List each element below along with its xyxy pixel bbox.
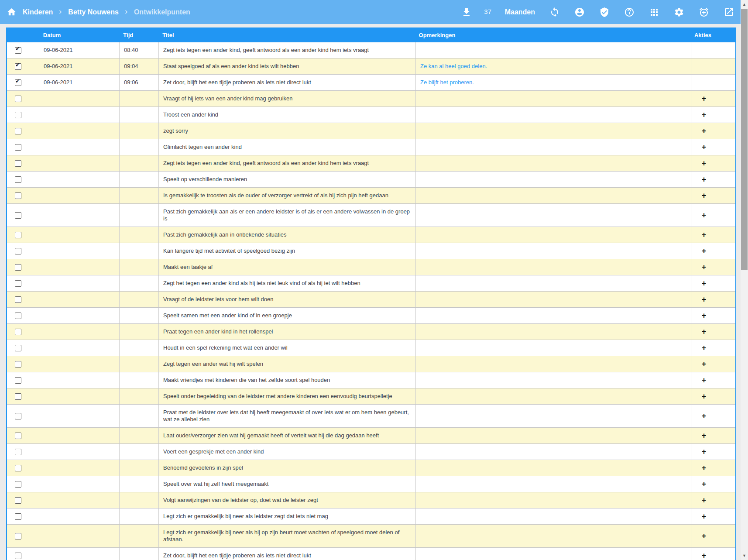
add-action-button[interactable]: + — [702, 264, 707, 271]
scroll-up-arrow-icon[interactable]: ▲ — [741, 1, 748, 8]
row-checkbox[interactable] — [15, 96, 21, 102]
row-checkbox[interactable] — [15, 313, 21, 319]
shield-check-icon[interactable] — [599, 7, 610, 17]
add-action-button[interactable]: + — [702, 176, 707, 183]
add-action-button[interactable]: + — [702, 212, 707, 219]
cell-datum — [39, 405, 120, 427]
row-checkbox[interactable] — [15, 377, 21, 384]
home-icon[interactable] — [6, 7, 17, 17]
sync-icon[interactable] — [549, 7, 560, 17]
cell-akties: + — [692, 508, 735, 524]
add-action-button[interactable]: + — [702, 280, 707, 287]
row-checkbox[interactable] — [15, 465, 21, 471]
row-checkbox[interactable] — [15, 280, 21, 287]
table-row: Speelt op verschillende manieren + — [7, 172, 735, 188]
cell-titel: Zet door, blijft het een tijdje proberen… — [159, 75, 416, 90]
add-action-button[interactable]: + — [702, 111, 707, 118]
help-icon[interactable] — [624, 7, 635, 17]
row-checkbox[interactable] — [15, 232, 21, 238]
row-checkbox[interactable] — [15, 361, 21, 368]
add-action-button[interactable]: + — [702, 296, 707, 303]
settings-icon[interactable] — [674, 7, 684, 17]
add-action-button[interactable]: + — [702, 192, 707, 199]
top-app-bar: Kinderen Betty Nouwens Ontwikkelpunten 3… — [0, 0, 748, 24]
add-action-button[interactable]: + — [702, 464, 707, 471]
account-icon[interactable] — [574, 7, 585, 17]
row-checkbox[interactable] — [15, 393, 21, 400]
cell-akties: + — [692, 460, 735, 476]
add-action-button[interactable]: + — [702, 552, 707, 559]
cell-opmerkingen: Ze blijft het proberen. — [416, 75, 692, 90]
add-action-button[interactable]: + — [702, 95, 707, 102]
add-action-button[interactable]: + — [702, 361, 707, 368]
cell-checkbox — [7, 91, 39, 107]
row-checkbox[interactable] — [15, 413, 21, 419]
table-row: ✔ 09-06-2021 08:40 Zegt iets tegen een a… — [7, 42, 735, 58]
row-checkbox[interactable] — [15, 112, 21, 118]
add-action-button[interactable]: + — [702, 127, 707, 134]
row-checkbox[interactable] — [15, 433, 21, 439]
add-action-button[interactable]: + — [702, 481, 707, 488]
add-action-button[interactable]: + — [702, 247, 707, 254]
breadcrumb-item-kinderen[interactable]: Kinderen — [23, 8, 53, 16]
scrollbar-thumb[interactable] — [741, 9, 748, 270]
age-unit-label: Maanden — [505, 8, 535, 16]
table-row: Benoemd gevoelens in zijn spel + — [7, 460, 735, 476]
apps-grid-icon[interactable] — [649, 7, 659, 17]
header-datum: Datum — [39, 32, 120, 38]
add-action-button[interactable]: + — [702, 497, 707, 504]
add-action-button[interactable]: + — [702, 328, 707, 335]
row-checkbox[interactable] — [15, 176, 21, 183]
row-checkbox[interactable]: ✔ — [15, 63, 21, 70]
table-row: Legt zich er gemakkelijk bij neer als le… — [7, 508, 735, 525]
open-in-new-icon[interactable] — [724, 7, 734, 17]
row-checkbox[interactable] — [15, 248, 21, 254]
cell-tijd — [120, 172, 159, 187]
cell-tijd — [120, 492, 159, 508]
cell-akties: + — [692, 340, 735, 356]
cell-tijd — [120, 548, 159, 560]
row-checkbox[interactable] — [15, 160, 21, 167]
add-action-button[interactable]: + — [702, 513, 707, 520]
row-checkbox[interactable]: ✔ — [15, 79, 21, 86]
row-checkbox[interactable] — [15, 553, 21, 559]
row-checkbox[interactable] — [15, 449, 21, 455]
row-checkbox[interactable] — [15, 296, 21, 303]
add-action-button[interactable]: + — [702, 533, 707, 539]
table-row: Maakt vriendjes met kinderen die van het… — [7, 372, 735, 388]
row-checkbox[interactable] — [15, 481, 21, 488]
row-checkbox[interactable] — [15, 345, 21, 351]
add-action-button[interactable]: + — [702, 312, 707, 319]
alarm-add-icon[interactable] — [699, 7, 709, 17]
file-download-icon[interactable] — [461, 7, 472, 17]
add-action-button[interactable]: + — [702, 393, 707, 400]
add-action-button[interactable]: + — [702, 432, 707, 439]
row-checkbox[interactable] — [15, 264, 21, 271]
cell-opmerkingen — [416, 324, 692, 340]
scroll-down-arrow-icon[interactable]: ▼ — [741, 552, 748, 559]
add-action-button[interactable]: + — [702, 160, 707, 167]
row-checkbox[interactable]: ✔ — [15, 47, 21, 54]
vertical-scrollbar[interactable]: ▲ ▼ — [741, 0, 748, 560]
row-checkbox[interactable] — [15, 533, 21, 539]
add-action-button[interactable]: + — [702, 344, 707, 351]
age-months-input[interactable]: 37 — [478, 5, 498, 19]
row-checkbox[interactable] — [15, 513, 21, 520]
add-action-button[interactable]: + — [702, 144, 707, 151]
row-checkbox[interactable] — [15, 212, 21, 219]
add-action-button[interactable]: + — [702, 412, 707, 419]
breadcrumb-item-child[interactable]: Betty Nouwens — [68, 8, 119, 16]
cell-titel: Kan langere tijd met activiteit of speel… — [159, 243, 416, 259]
row-checkbox[interactable] — [15, 329, 21, 335]
add-action-button[interactable]: + — [702, 448, 707, 455]
chevron-right-icon — [57, 8, 64, 16]
row-checkbox[interactable] — [15, 144, 21, 151]
add-action-button[interactable]: + — [702, 377, 707, 384]
header-titel: Titel — [158, 32, 415, 38]
cell-titel: Speelt op verschillende manieren — [159, 172, 416, 187]
add-action-button[interactable]: + — [702, 231, 707, 238]
row-checkbox[interactable] — [15, 497, 21, 504]
row-checkbox[interactable] — [15, 128, 21, 134]
cell-titel: Zegt iets tegen een ander kind, geeft an… — [159, 42, 416, 58]
row-checkbox[interactable] — [15, 192, 21, 199]
